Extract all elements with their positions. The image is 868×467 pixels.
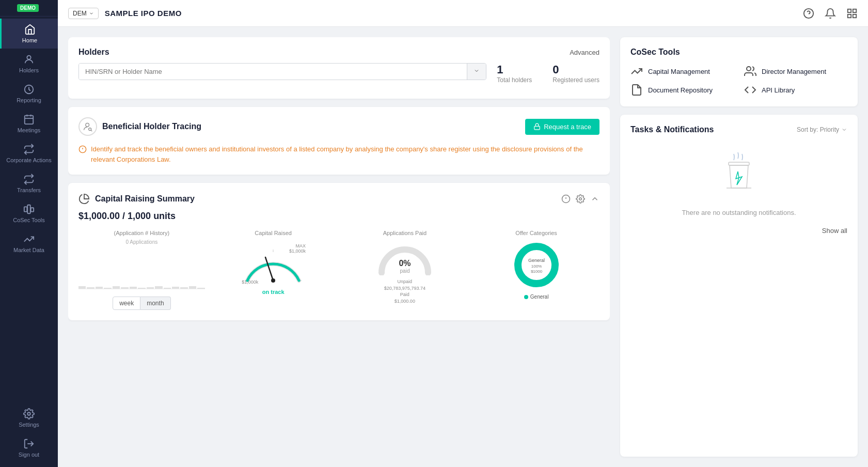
sidebar-logo: DEMO [0, 0, 58, 17]
info-icon[interactable] [561, 194, 571, 204]
main-area: DEM SAMPLE IPO DEMO Holders Advanced [58, 0, 868, 467]
crs-title: Capital Raising Summary [95, 194, 195, 204]
holders-card-header: Holders Advanced [78, 48, 599, 57]
sidebar: DEMO Home Holders Reporting Meetings Cor… [0, 0, 58, 467]
total-holders-label: Total holders [497, 76, 532, 84]
offer-categories-label: Offer Categories [515, 230, 557, 236]
app-paid-details: Unpaid $20,783,975,793.74 Paid $1,000.00 [384, 278, 425, 304]
request-trace-label: Request a trace [544, 123, 591, 131]
bar [197, 288, 204, 289]
info-circle-icon [78, 145, 87, 153]
bht-card: Beneficial Holder Tracing Request a trac… [68, 107, 610, 175]
cosec-item-label: API Library [762, 86, 795, 94]
content-left: Holders Advanced 1 [68, 37, 610, 457]
topbar-right [803, 8, 858, 19]
offer-categories-svg: General 100% $1000 [511, 239, 562, 291]
cosec-item-label: Document Repository [648, 86, 713, 94]
legend-label: General [530, 294, 549, 300]
bht-info-text: Identify and track the beneficial owners… [91, 144, 599, 164]
bht-title-area: Beneficial Holder Tracing [78, 117, 201, 136]
sidebar-item-settings[interactable]: Settings [0, 403, 58, 433]
help-icon[interactable] [803, 8, 814, 19]
advanced-link[interactable]: Advanced [570, 49, 599, 56]
crs-actions [561, 194, 599, 204]
file-icon [630, 84, 643, 96]
holders-search-input[interactable] [79, 64, 467, 80]
svg-text:100%: 100% [531, 264, 541, 269]
applications-paid-section: Applications Paid 0% paid Unpaid [342, 230, 468, 304]
cosec-item-capital-management[interactable]: Capital Management [630, 65, 734, 77]
svg-point-0 [27, 56, 30, 59]
sidebar-item-holders[interactable]: Holders [0, 49, 58, 79]
sidebar-item-cosec-tools[interactable]: CoSec Tools [0, 198, 58, 228]
bar [164, 288, 171, 289]
gauge-bottom-value: $1,000k [242, 279, 258, 285]
app-history-chart [78, 248, 205, 289]
grid-icon[interactable] [846, 8, 858, 19]
week-button[interactable]: week [113, 297, 140, 310]
sidebar-item-corporate-actions[interactable]: Corporate Actions [0, 138, 58, 168]
bar [121, 287, 128, 289]
page-title: SAMPLE IPO DEMO [105, 9, 182, 18]
corporate-actions-icon [23, 144, 35, 155]
demo-badge: DEMO [17, 4, 39, 12]
bar [138, 288, 145, 289]
content: Holders Advanced 1 [58, 27, 868, 467]
topbar: DEM SAMPLE IPO DEMO [58, 0, 868, 27]
cosec-tools-card: CoSec Tools Capital Management Director … [620, 37, 858, 106]
tasks-header: Tasks & Notifications Sort by: Priority [630, 125, 847, 134]
svg-rect-6 [24, 207, 27, 211]
show-all-link[interactable]: Show all [630, 227, 847, 235]
gauge-max-label: MAX [296, 243, 306, 248]
offer-categories-section: Offer Categories General 100% $1000 [473, 230, 599, 300]
svg-text:paid: paid [400, 268, 409, 274]
sort-label[interactable]: Sort by: Priority [797, 126, 847, 133]
request-trace-button[interactable]: Request a trace [525, 119, 599, 135]
cosec-tools-title: CoSec Tools [630, 48, 847, 57]
sidebar-item-market-data[interactable]: Market Data [0, 228, 58, 258]
sidebar-item-reporting[interactable]: Reporting [0, 79, 58, 108]
sidebar-item-label: Corporate Actions [6, 157, 51, 163]
crs-title-area: Capital Raising Summary [78, 193, 195, 205]
applications-paid-svg: 0% paid [376, 239, 433, 275]
sidebar-item-label: CoSec Tools [13, 217, 45, 223]
svg-point-17 [86, 123, 89, 127]
cosec-tools-grid: Capital Management Director Management D… [630, 65, 847, 96]
svg-point-27 [579, 198, 582, 200]
applications-paid-chart: 0% paid [376, 239, 433, 275]
bht-header: Beneficial Holder Tracing Request a trac… [78, 117, 599, 136]
offer-categories-legend: General [524, 294, 549, 300]
gear-icon[interactable] [576, 194, 585, 204]
meetings-icon [23, 114, 35, 125]
lock-icon [533, 123, 541, 130]
offer-categories-chart: General 100% $1000 [508, 239, 565, 291]
month-button[interactable]: month [140, 297, 170, 310]
sidebar-item-label: Sign out [19, 452, 39, 458]
app-history-sublabel: 0 Applications [126, 239, 158, 245]
cosec-item-api-library[interactable]: API Library [744, 84, 847, 96]
holders-search-dropdown-btn[interactable] [467, 64, 486, 80]
bar [104, 288, 111, 289]
chevron-down-icon [841, 127, 847, 133]
holders-icon [23, 54, 35, 65]
total-holders-count: 1 [497, 63, 532, 76]
sidebar-item-meetings[interactable]: Meetings [0, 108, 58, 138]
cosec-item-document-repository[interactable]: Document Repository [630, 84, 734, 96]
sidebar-item-signout[interactable]: Sign out [0, 433, 58, 463]
sidebar-item-home[interactable]: Home [0, 19, 58, 49]
gauge-max-value: $1,000k [289, 248, 306, 254]
svg-point-9 [27, 412, 30, 415]
sidebar-item-label: Transfers [17, 187, 41, 193]
dem-dropdown[interactable]: DEM [68, 8, 99, 19]
svg-rect-40 [729, 162, 749, 165]
content-right: CoSec Tools Capital Management Director … [620, 37, 858, 457]
collapse-icon[interactable] [590, 194, 599, 204]
notifications-icon[interactable] [825, 8, 836, 19]
person-search-icon [83, 121, 93, 132]
cosec-item-director-management[interactable]: Director Management [744, 65, 847, 77]
sidebar-item-transfers[interactable]: Transfers [0, 168, 58, 198]
users-icon [744, 65, 756, 77]
paid-bottom-value: $1,000.00 [384, 298, 425, 305]
sidebar-item-label: Reporting [17, 97, 41, 103]
svg-rect-20 [534, 126, 540, 129]
